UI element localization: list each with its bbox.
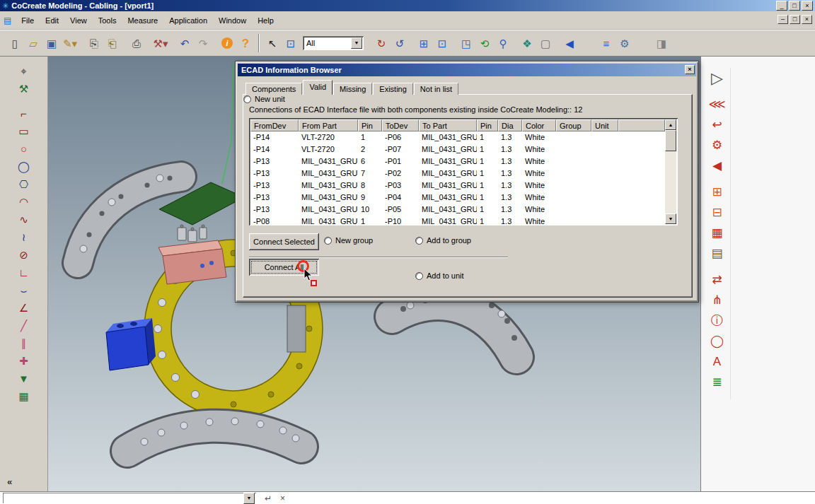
arc-tool-button[interactable]: ◠ — [16, 193, 33, 211]
modify-segment-button[interactable]: ↺ — [391, 34, 409, 52]
layers-button[interactable]: ≣ — [707, 372, 727, 392]
close-button[interactable]: × — [802, 1, 813, 11]
structure-list-button[interactable]: ≡ — [597, 34, 615, 52]
no-fill-tool-button[interactable]: ⊘ — [16, 246, 33, 264]
open-file-button[interactable]: ▱ — [24, 34, 42, 52]
menu-item-measure[interactable]: Measure — [122, 14, 163, 27]
curve-tool-button[interactable]: ∿ — [16, 211, 33, 228]
menu-item-help[interactable]: Help — [252, 14, 279, 27]
connection-row[interactable]: -P08MIL_0431_GRU1-P10MIL_0431_GRU11.3Whi… — [250, 216, 665, 224]
column-header-to-part[interactable]: To Part — [419, 119, 477, 131]
column-header-todev[interactable]: ToDev — [382, 119, 419, 131]
machining-tool-button[interactable]: ⚒ — [16, 80, 33, 98]
column-header-group[interactable]: Group — [556, 119, 591, 131]
dialog-titlebar[interactable]: ECAD Information Browser × — [238, 64, 696, 76]
parallel-tool-button[interactable]: ∥ — [16, 334, 33, 352]
connector-blocks[interactable] — [178, 225, 207, 242]
column-header-unit[interactable]: Unit — [591, 119, 618, 131]
line-tool-button[interactable]: ╱ — [16, 317, 33, 334]
zoom-limits-button[interactable]: ⊡ — [433, 34, 451, 52]
minimize-button[interactable]: _ — [776, 1, 787, 11]
blue-connector-box[interactable] — [106, 327, 149, 370]
connection-row[interactable]: -P14VLT-27202-P07MIL_0431_GRU11.3White — [250, 143, 665, 156]
connect-selected-button[interactable]: Connect Selected — [249, 233, 319, 250]
route-wires-button[interactable]: ⋘ — [707, 94, 727, 115]
tab-not-in-list[interactable]: Not in list — [414, 83, 458, 95]
collapse-chevron-button[interactable]: « — [7, 476, 12, 487]
connections-table[interactable]: FromDevFrom PartPinToDevTo PartPinDiaCol… — [249, 118, 678, 225]
menu-item-application[interactable]: Application — [163, 14, 213, 27]
scroll-up-button[interactable]: ▲ — [665, 119, 676, 130]
column-header-from-part[interactable]: From Part — [299, 119, 358, 131]
new-group-radio[interactable]: New group — [324, 236, 373, 245]
command-cancel-button[interactable]: × — [280, 493, 285, 503]
wireframe-view-button[interactable]: ▢ — [536, 34, 555, 52]
info-button[interactable]: i — [218, 34, 236, 52]
menu-item-edit[interactable]: Edit — [40, 14, 64, 27]
add-to-group-radio[interactable]: Add to group — [415, 236, 471, 245]
select-box-button[interactable]: ⊡ — [282, 34, 300, 52]
tab-existing[interactable]: Existing — [373, 83, 413, 95]
zoom-window-button[interactable]: ⊞ — [415, 34, 433, 52]
new-unit-radio[interactable]: New unit — [243, 95, 285, 103]
circle-tool-button[interactable]: ○ — [16, 140, 33, 158]
mdi-minimize-button[interactable]: – — [778, 15, 788, 24]
connection-row[interactable]: -P13MIL_0431_GRU6-P01MIL_0431_GRU11.3Whi… — [250, 156, 665, 168]
column-header-fromdev[interactable]: FromDev — [250, 119, 299, 131]
remove-pins-button[interactable]: ⊟ — [707, 202, 727, 223]
polygon-tool-button[interactable]: ⎔ — [16, 175, 33, 193]
route-cable-button[interactable]: ⌐ — [16, 105, 33, 122]
column-header-pin[interactable]: Pin — [358, 119, 382, 131]
tab-components[interactable]: Components — [245, 83, 302, 95]
table-vertical-scrollbar[interactable]: ▲ ▼ — [665, 119, 676, 224]
cross-tool-button[interactable]: ✚ — [16, 352, 33, 370]
shaded-view-button[interactable]: ❖ — [518, 34, 536, 52]
connection-grid-button[interactable]: ▦ — [707, 223, 727, 243]
command-enter-button[interactable]: ↵ — [265, 493, 272, 503]
column-header-color[interactable]: Color — [522, 119, 556, 131]
rectangle-tool-button[interactable]: ▭ — [16, 122, 33, 140]
menu-item-file[interactable]: File — [16, 14, 40, 27]
select-view-button[interactable]: ◳ — [457, 34, 475, 52]
previous-view-button[interactable]: ◀ — [560, 34, 579, 52]
menu-item-window[interactable]: Window — [213, 14, 252, 27]
settings-button[interactable]: ⚙ — [615, 34, 634, 52]
selection-filter-dropdown[interactable]: All▼ — [303, 36, 364, 50]
loop-tool-button[interactable]: ◯ — [707, 331, 727, 351]
command-dropdown-button[interactable]: ▼ — [243, 493, 255, 504]
swap-connection-button[interactable]: ⇄ — [707, 269, 727, 290]
connection-row[interactable]: -P13MIL_0431_GRU9-P04MIL_0431_GRU11.3Whi… — [250, 192, 665, 204]
undo-button[interactable]: ↶ — [175, 34, 194, 52]
add-to-unit-radio[interactable]: Add to unit — [415, 271, 464, 280]
pattern-tool-button[interactable]: ▦ — [16, 387, 33, 405]
mdi-close-button[interactable]: × — [802, 15, 812, 24]
connection-row[interactable]: -P13MIL_0431_GRU8-P03MIL_0431_GRU11.3Whi… — [250, 180, 665, 192]
scroll-down-button[interactable]: ▼ — [665, 213, 676, 224]
redo-button[interactable]: ↷ — [194, 34, 212, 52]
mdi-restore-button[interactable]: □ — [790, 15, 800, 24]
tab-valid[interactable]: Valid — [303, 80, 333, 95]
dialog-close-button[interactable]: × — [685, 65, 695, 74]
catalog-button[interactable]: ▤ — [707, 243, 727, 264]
paste-button[interactable]: ⎗ — [103, 34, 122, 52]
cable-tools-button[interactable]: ⚒▾ — [151, 34, 170, 52]
branch-button[interactable]: ⋔ — [707, 290, 727, 310]
print-button[interactable]: ⎙ — [127, 34, 146, 52]
zoom-tool-button[interactable]: ⚲ — [494, 34, 512, 52]
connection-row[interactable]: -P13MIL_0431_GRU10-P05MIL_0431_GRU11.3Wh… — [250, 204, 665, 216]
refresh-view-button[interactable]: ⟲ — [475, 34, 494, 52]
menu-item-view[interactable]: View — [64, 14, 93, 27]
command-input[interactable]: ▼ — [3, 493, 256, 503]
column-header-pin[interactable]: Pin — [477, 119, 498, 131]
insert-segment-button[interactable]: ◀ — [707, 156, 727, 176]
help-button[interactable]: ? — [236, 34, 255, 52]
tab-missing[interactable]: Missing — [333, 83, 372, 95]
new-file-button[interactable]: ▯ — [6, 34, 24, 52]
modify-route-button[interactable]: ↻ — [372, 34, 391, 52]
ellipse-tool-button[interactable]: ◯ — [16, 158, 33, 175]
corner-tool-button[interactable]: ∟ — [16, 264, 33, 281]
dock-toggle-button[interactable]: ◨ — [652, 34, 671, 52]
menu-item-tools[interactable]: Tools — [93, 14, 122, 27]
copy-button[interactable]: ⎘ — [85, 34, 103, 52]
spline-tool-button[interactable]: ≀ — [16, 228, 33, 246]
